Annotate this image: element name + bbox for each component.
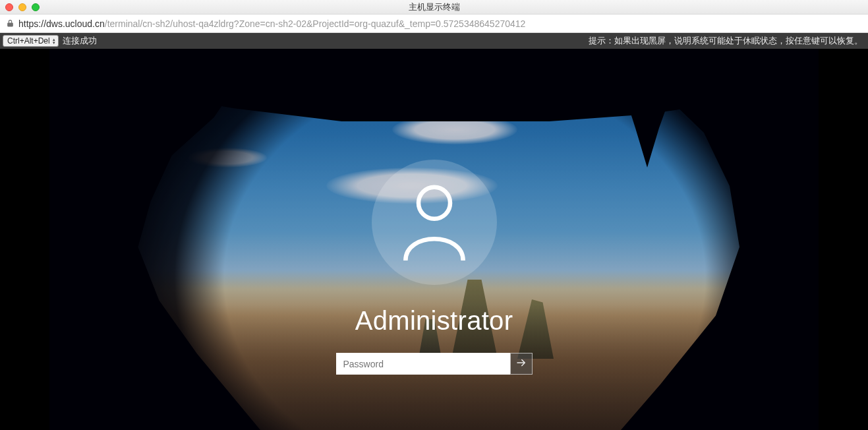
submit-login-button[interactable]	[510, 353, 533, 375]
url-host: dws.ucloud.cn	[46, 18, 105, 29]
close-window-button[interactable]	[5, 3, 13, 11]
user-avatar	[372, 160, 497, 285]
password-row	[336, 353, 533, 375]
url-scheme: https://	[18, 18, 46, 29]
maximize-window-button[interactable]	[32, 3, 40, 11]
arrow-right-icon	[515, 357, 527, 371]
svg-point-0	[419, 187, 450, 219]
window-controls	[5, 3, 40, 11]
minimize-window-button[interactable]	[18, 3, 26, 11]
remote-display-stage: Administrator	[0, 49, 868, 430]
remote-screen[interactable]: Administrator	[49, 49, 819, 430]
password-input[interactable]	[336, 353, 510, 375]
user-icon	[398, 181, 471, 263]
login-username: Administrator	[355, 306, 513, 336]
hint-text: 提示：如果出现黑屏，说明系统可能处于休眠状态，按任意键可以恢复。	[589, 35, 865, 47]
windows-login-panel: Administrator	[336, 160, 533, 375]
url-text: https://dws.ucloud.cn/terminal/cn-sh2/uh…	[18, 18, 525, 29]
url-path: /terminal/cn-sh2/uhost-qa4zldrg?Zone=cn-…	[105, 18, 526, 29]
lock-icon	[5, 19, 14, 28]
window-title: 主机显示终端	[409, 1, 460, 13]
send-key-combo-select[interactable]: Ctrl+Alt+Del ▴▾	[3, 35, 59, 47]
updown-caret-icon: ▴▾	[53, 38, 55, 44]
mac-titlebar: 主机显示终端	[0, 0, 868, 15]
browser-address-bar[interactable]: https://dws.ucloud.cn/terminal/cn-sh2/uh…	[0, 15, 868, 33]
send-key-combo-label: Ctrl+Alt+Del	[7, 36, 50, 46]
connection-status: 连接成功	[63, 35, 97, 47]
terminal-toolbar: Ctrl+Alt+Del ▴▾ 连接成功 提示：如果出现黑屏，说明系统可能处于休…	[0, 33, 868, 49]
